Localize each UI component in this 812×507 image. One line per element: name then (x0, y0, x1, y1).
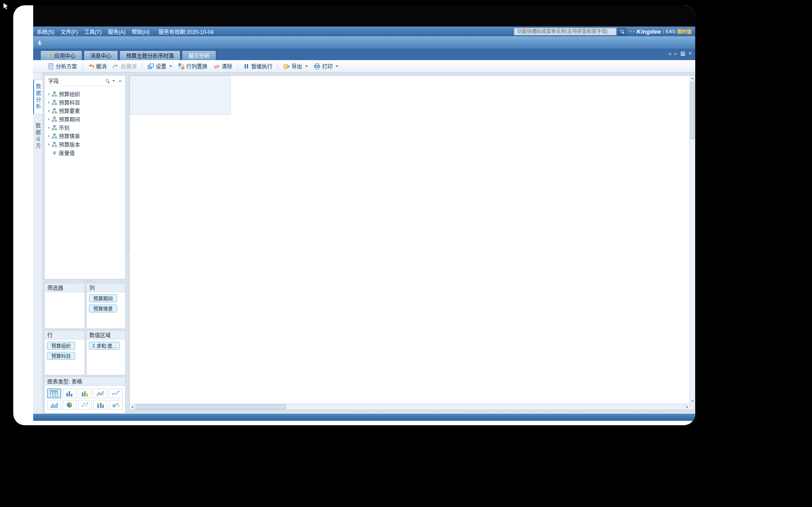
tag-label: 求和:度... (96, 342, 116, 349)
window-top-area (33, 5, 695, 27)
brand-product: EAS (666, 29, 675, 34)
menu-item[interactable]: 系统(S) (37, 28, 54, 35)
filter-panel: 筛选器 (44, 283, 85, 329)
chart-type-bar-color-icon[interactable] (78, 389, 92, 398)
nav-right-icon[interactable]: ▹ (674, 51, 677, 56)
columns-tags: 预算期间预算情景 (87, 292, 125, 315)
brand-dot-icon (633, 31, 635, 32)
horizontal-scrollbar[interactable] (130, 404, 689, 410)
toolbar-swap-button[interactable]: 行列置换 (175, 61, 211, 71)
chart-type-pie-icon[interactable] (63, 400, 77, 410)
scroll-down-icon[interactable] (690, 398, 695, 404)
collapse-panel-icon[interactable]: « (119, 78, 122, 84)
field-label: 预算组织 (59, 90, 80, 98)
vertical-scrollbar[interactable] (689, 76, 695, 404)
menu-item[interactable]: 帮助(H) (132, 28, 150, 35)
chart-type-area-icon[interactable] (47, 400, 61, 410)
close-icon[interactable]: × (689, 51, 692, 56)
cursor-icon (3, 3, 10, 11)
expand-caret-icon[interactable] (48, 118, 50, 121)
chart-type-scatter-icon[interactable] (78, 400, 92, 410)
edition-badge: 限时版 (677, 28, 692, 35)
caret-down-icon[interactable] (305, 65, 308, 67)
layout-tag[interactable]: 预算期间 (89, 294, 117, 302)
toolbar-doc-button[interactable]: 分析方案 (45, 61, 80, 71)
chart-type-line-icon[interactable] (93, 389, 107, 398)
chart-type-table-icon[interactable] (47, 389, 61, 398)
layout-tag[interactable]: Σ求和:度... (89, 342, 120, 350)
field-label: 预算版本 (59, 141, 80, 148)
search-button[interactable] (617, 28, 626, 35)
field-label: 预算期间 (59, 115, 80, 123)
toolbar-pause-button[interactable]: 暂缓执行 (240, 61, 276, 71)
tab-list-icon[interactable] (681, 52, 685, 56)
chevron-down-icon[interactable] (112, 80, 115, 82)
field-item-预算要素[interactable]: 预算要素 (46, 107, 123, 115)
pivot-viewport (130, 76, 689, 404)
toolbar-export-button[interactable]: 导出 (280, 61, 311, 71)
field-item-度量值[interactable]: #度量值 (46, 149, 123, 157)
fields-title: 字段 (48, 77, 102, 84)
layout-tag[interactable]: 预算情景 (89, 305, 117, 313)
chart-type-bar-icon[interactable] (63, 389, 77, 398)
pivot-corner-cell (130, 76, 231, 115)
brand-logo: Kingdee (636, 28, 661, 35)
tab-应用中心[interactable]: 应用中心 (40, 50, 82, 60)
menu-item[interactable]: 工具(T) (84, 28, 101, 35)
toolbar-clear-button[interactable]: 清除 (211, 61, 235, 71)
toolbar-settings-button[interactable]: 设置 (145, 61, 175, 71)
toolbar-label: 分析方案 (56, 62, 77, 70)
toolbar-redo-button: 反撤消 (110, 61, 140, 71)
field-item-预算版本[interactable]: 预算版本 (46, 140, 123, 149)
vertical-scroll-thumb[interactable] (690, 82, 694, 139)
layout-tag[interactable]: 预算科目 (47, 352, 75, 360)
caret-down-icon[interactable] (336, 65, 338, 67)
pause-icon (243, 63, 249, 69)
sum-icon: Σ (92, 343, 95, 348)
field-item-币别[interactable]: 币别 (46, 123, 123, 132)
side-tab-数据斗方[interactable]: 数据斗方 (34, 119, 42, 153)
tab-消息中心[interactable]: 消息中心 (84, 50, 118, 60)
field-search-icon[interactable] (106, 79, 109, 82)
field-item-预算组织[interactable]: 预算组织 (46, 90, 123, 98)
chart-type-spline-icon[interactable] (109, 389, 123, 398)
chart-type-bubble-icon[interactable] (109, 400, 123, 410)
caret-down-icon[interactable] (169, 65, 172, 67)
quick-launch-icon[interactable] (37, 39, 43, 47)
horizontal-splitter[interactable] (44, 279, 126, 283)
scroll-right-icon[interactable] (684, 404, 689, 410)
fields-header: 字段 « (45, 76, 125, 86)
rows-panel-header: 行 (45, 331, 84, 339)
toolbar-label: 反撤消 (121, 62, 137, 70)
field-item-预算期间[interactable]: 预算期间 (46, 115, 123, 123)
horizontal-scroll-thumb[interactable] (136, 404, 286, 409)
doc-icon (48, 63, 54, 69)
toolbar-label: 清除 (222, 62, 232, 70)
field-item-预算科目[interactable]: 预算科目 (46, 98, 123, 107)
expand-caret-icon[interactable] (48, 110, 50, 112)
menu-item[interactable]: 文件(F) (61, 28, 78, 35)
tab-row: 应用中心消息中心预算主题分析序时簿展示分析 ◃ ▹ × (33, 49, 695, 60)
search-input[interactable] (514, 28, 617, 35)
expand-caret-icon[interactable] (48, 101, 50, 104)
nav-left-icon[interactable]: ◃ (668, 51, 671, 56)
scroll-up-icon[interactable] (690, 76, 695, 81)
expand-caret-icon[interactable] (48, 126, 50, 129)
scroll-left-icon[interactable] (130, 404, 135, 410)
undo-icon (88, 63, 94, 69)
expand-caret-icon[interactable] (48, 143, 50, 146)
expand-caret-icon[interactable] (48, 135, 50, 137)
expand-caret-icon[interactable] (48, 93, 50, 95)
toolbar-print-button[interactable]: 打印 (311, 61, 341, 71)
side-tab-数据分析[interactable]: 数据分析 (33, 80, 43, 114)
tab-预算主题分析序时簿[interactable]: 预算主题分析序时簿 (119, 50, 180, 60)
toolbar-separator (82, 63, 83, 70)
toolbar-undo-button[interactable]: 撤消 (85, 61, 110, 71)
layout-tag[interactable]: 预算组织 (47, 342, 75, 350)
dimension-icon (52, 125, 57, 130)
tab-展示分析[interactable]: 展示分析 (182, 50, 216, 60)
chart-type-stacked-icon[interactable] (93, 400, 107, 410)
dimension-icon (52, 91, 57, 97)
menu-item[interactable]: 服务(A) (108, 28, 126, 35)
field-item-预算情景[interactable]: 预算情景 (46, 132, 123, 140)
